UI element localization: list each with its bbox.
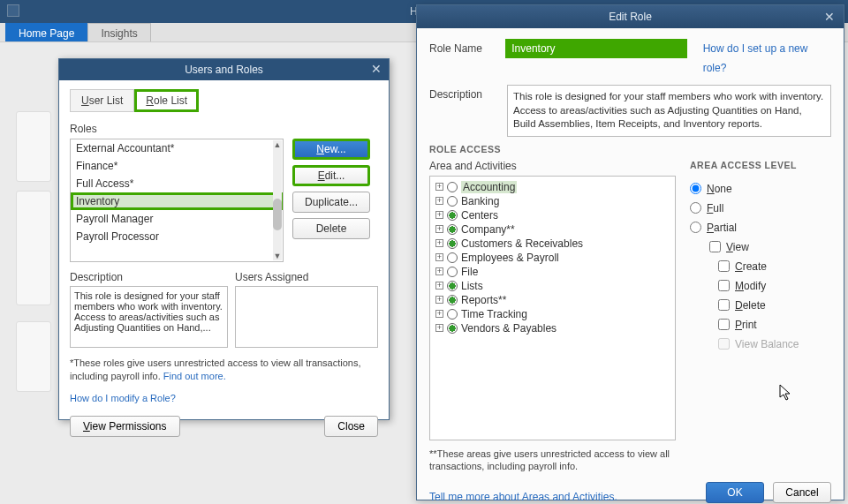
- tell-me-more-link[interactable]: Tell me more about Areas and Activities.: [429, 491, 617, 503]
- cancel-button[interactable]: Cancel: [773, 482, 831, 503]
- access-indicator-icon: [447, 267, 458, 277]
- roles-listbox[interactable]: External Accountant* Finance* Full Acces…: [70, 139, 284, 262]
- area-activities-label: Area and Activities: [429, 160, 676, 172]
- access-indicator-icon: [447, 210, 458, 221]
- tree-item-label: Vendors & Payables: [461, 322, 556, 335]
- tree-item-label: Reports**: [461, 294, 506, 306]
- bg-panel: [16, 321, 51, 392]
- check-modify[interactable]: Modify: [718, 276, 831, 296]
- new-button[interactable]: New...: [292, 139, 370, 160]
- list-item[interactable]: Payroll Manager: [71, 210, 283, 228]
- edit-role-titlebar[interactable]: Edit Role ✕: [417, 5, 844, 28]
- access-indicator-icon: [447, 252, 458, 263]
- expand-icon[interactable]: +: [435, 225, 443, 233]
- edit-button[interactable]: Edit...: [292, 165, 370, 186]
- expand-icon[interactable]: +: [435, 197, 443, 205]
- tree-item[interactable]: +Vendors & Payables: [435, 321, 670, 335]
- duplicate-button[interactable]: Duplicate...: [292, 192, 370, 213]
- expand-icon[interactable]: +: [435, 253, 443, 261]
- tree-item-label: File: [461, 266, 478, 278]
- access-indicator-icon: [447, 238, 458, 249]
- tree-item[interactable]: +Lists: [435, 279, 670, 293]
- users-assigned-label: Users Assigned: [235, 271, 308, 283]
- edit-role-panel: Edit Role ✕ Role Name Inventory How do I…: [416, 4, 844, 500]
- area-activities-tree[interactable]: +Accounting+Banking+Centers+Company**+Cu…: [429, 176, 676, 440]
- users-and-roles-modal: Users and Roles ✕ User List Role List Ro…: [58, 58, 390, 420]
- tab-user-list[interactable]: User List: [70, 89, 134, 112]
- role-access-heading: ROLE ACCESS: [429, 144, 831, 154]
- access-indicator-icon: [447, 295, 458, 305]
- expand-icon[interactable]: +: [435, 267, 443, 275]
- area-access-level-heading: AREA ACCESS LEVEL: [690, 160, 831, 170]
- role-name-input[interactable]: Inventory: [505, 39, 686, 58]
- expand-icon[interactable]: +: [435, 310, 443, 318]
- delete-button[interactable]: Delete: [292, 218, 370, 239]
- tree-item[interactable]: +Time Tracking: [435, 307, 670, 321]
- modal-titlebar[interactable]: Users and Roles ✕: [59, 59, 389, 80]
- roles-footnote: *These roles give users unrestricted acc…: [70, 357, 378, 383]
- close-button[interactable]: Close: [324, 416, 378, 437]
- tree-item-label: Employees & Payroll: [461, 252, 559, 264]
- setup-role-link[interactable]: How do I set up a new role?: [703, 39, 831, 78]
- tab-insights[interactable]: Insights: [87, 23, 150, 41]
- tree-item[interactable]: +Accounting: [435, 180, 670, 194]
- window-control-icon[interactable]: [7, 4, 19, 17]
- close-icon[interactable]: ✕: [369, 63, 383, 77]
- check-create[interactable]: Create: [718, 257, 831, 276]
- roles-label: Roles: [70, 123, 378, 135]
- list-item[interactable]: External Accountant*: [71, 139, 283, 157]
- expand-icon[interactable]: +: [435, 183, 443, 191]
- expand-icon[interactable]: +: [435, 211, 443, 219]
- tree-item-label: Customers & Receivables: [461, 237, 583, 250]
- access-indicator-icon: [447, 196, 458, 207]
- check-delete[interactable]: Delete: [718, 296, 831, 315]
- description-textarea[interactable]: This role is designed for your staff mem…: [507, 85, 831, 137]
- access-indicator-icon: [447, 309, 458, 320]
- expand-icon[interactable]: +: [435, 296, 443, 304]
- radio-none[interactable]: None: [690, 179, 831, 199]
- expand-icon[interactable]: +: [435, 239, 443, 247]
- tree-item[interactable]: +File: [435, 265, 670, 279]
- tree-item[interactable]: +Employees & Payroll: [435, 251, 670, 265]
- access-indicator-icon: [447, 182, 458, 192]
- role-name-label: Role Name: [429, 39, 496, 55]
- description-text: This role is designed for your staff mem…: [70, 286, 228, 348]
- bg-panel: [16, 191, 51, 305]
- tree-item[interactable]: +Centers: [435, 208, 670, 222]
- edit-role-title-text: Edit Role: [609, 11, 652, 23]
- list-item[interactable]: Full Access*: [71, 175, 283, 192]
- check-print[interactable]: Print: [718, 315, 831, 335]
- view-permissions-button[interactable]: View Permissions: [70, 416, 180, 437]
- radio-partial[interactable]: Partial: [690, 218, 831, 237]
- tree-item-label: Centers: [461, 209, 498, 222]
- list-item-inventory[interactable]: Inventory: [71, 192, 283, 210]
- list-item[interactable]: Payroll Processor: [71, 228, 283, 245]
- tree-item[interactable]: +Banking: [435, 194, 670, 208]
- description-label: Description: [70, 271, 123, 283]
- list-item[interactable]: Finance*: [71, 157, 283, 175]
- modal-title-text: Users and Roles: [185, 64, 263, 76]
- users-assigned-list[interactable]: [235, 286, 378, 348]
- expand-icon[interactable]: +: [435, 324, 443, 332]
- tab-home-page[interactable]: Home Page: [5, 23, 87, 41]
- close-icon[interactable]: ✕: [822, 11, 837, 25]
- expand-icon[interactable]: +: [435, 282, 443, 290]
- bg-panel: [16, 111, 51, 182]
- find-out-more-link[interactable]: Find out more.: [163, 371, 226, 381]
- scrollbar[interactable]: ▲ ▼: [273, 140, 282, 260]
- tree-item-label: Banking: [461, 195, 499, 207]
- modify-role-link[interactable]: How do I modify a Role?: [70, 393, 176, 403]
- tree-item[interactable]: +Reports**: [435, 293, 670, 307]
- tree-item-label: Time Tracking: [461, 308, 527, 320]
- tab-role-list[interactable]: Role List: [134, 89, 199, 112]
- access-indicator-icon: [447, 224, 458, 235]
- radio-full[interactable]: Full: [690, 199, 831, 218]
- scroll-down-icon[interactable]: ▼: [273, 252, 282, 260]
- check-view[interactable]: View: [709, 237, 831, 257]
- tree-item[interactable]: +Company**: [435, 222, 670, 237]
- tree-item[interactable]: +Customers & Receivables: [435, 237, 670, 251]
- scroll-up-icon[interactable]: ▲: [273, 140, 282, 149]
- ok-button[interactable]: OK: [706, 482, 764, 503]
- scroll-thumb[interactable]: [273, 199, 282, 230]
- tree-item-label: Accounting: [461, 181, 517, 193]
